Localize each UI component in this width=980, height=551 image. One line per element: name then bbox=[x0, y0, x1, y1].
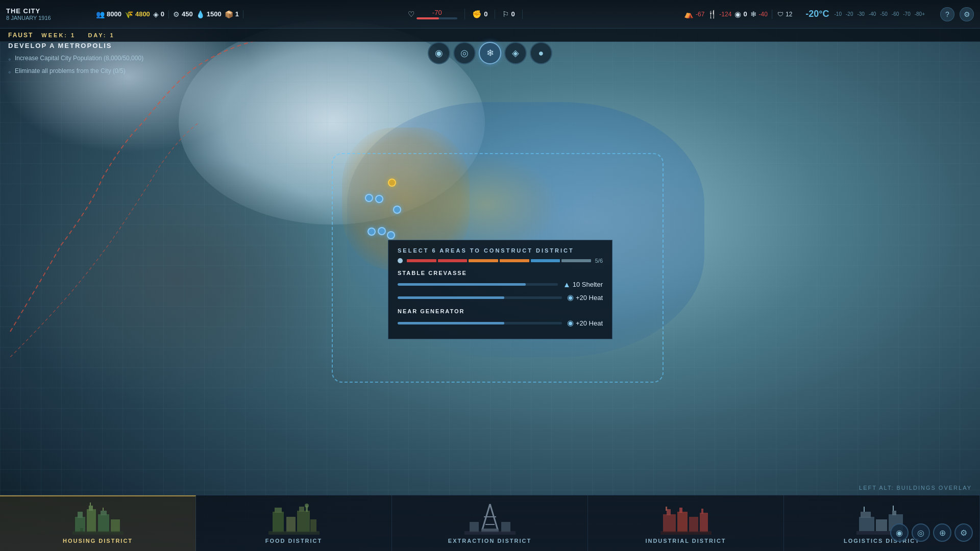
svg-rect-36 bbox=[660, 531, 712, 535]
temp-neg-item: ❄ -40 bbox=[750, 10, 768, 19]
settings-button[interactable]: ⚙ bbox=[960, 7, 974, 21]
toolbar-btn-5[interactable]: ● bbox=[530, 42, 552, 64]
food-icon: 🌾 bbox=[125, 10, 133, 18]
near-generator-title: NEAR GENERATOR bbox=[398, 308, 603, 314]
shelter-bonus-label: ▲ 10 Shelter bbox=[563, 280, 603, 289]
svg-rect-14 bbox=[297, 511, 310, 532]
svg-rect-11 bbox=[273, 512, 284, 532]
health-value: -70 bbox=[432, 9, 442, 16]
map-marker-5[interactable] bbox=[368, 228, 376, 236]
map-marker-4[interactable] bbox=[393, 206, 401, 214]
settings-district-button[interactable]: ⚙ bbox=[954, 523, 973, 542]
svg-rect-4 bbox=[98, 514, 109, 532]
svg-rect-1 bbox=[78, 512, 83, 518]
heat-bonus-value: +20 Heat bbox=[576, 294, 603, 302]
food-neg-value: -124 bbox=[719, 11, 731, 18]
heat-bar-fill bbox=[398, 296, 504, 299]
seg-6 bbox=[561, 259, 591, 262]
svg-rect-27 bbox=[464, 531, 516, 535]
toolbar: ◉ ◎ ❄ ◈ ● bbox=[428, 42, 552, 64]
toolbar-btn-snow[interactable]: ❄ bbox=[479, 42, 501, 64]
food-value: 4800 bbox=[135, 10, 150, 18]
discontent-icon: ✊ bbox=[472, 10, 482, 19]
food-district-label: FOOD DISTRICT bbox=[265, 538, 323, 544]
unknown1-value: 0 bbox=[743, 10, 747, 18]
food-status-stat: ◈ 0 bbox=[153, 10, 164, 18]
map-marker-3[interactable] bbox=[375, 195, 383, 203]
gear-icon: ⚙ bbox=[173, 10, 180, 18]
population-stat: 👥 8000 🌾 4800 ◈ 0 bbox=[92, 10, 169, 18]
map-marker-1[interactable] bbox=[388, 179, 396, 187]
health-bar-wrap: -70 bbox=[416, 9, 457, 19]
near-gen-bonus-icon: ◉ bbox=[567, 318, 574, 328]
population-icon: 👥 bbox=[96, 10, 105, 18]
district-bar: HOUSING DISTRICT FOOD DISTRICT bbox=[0, 495, 980, 551]
extraction-district-image bbox=[464, 502, 516, 535]
food-status-value: 0 bbox=[161, 10, 164, 18]
heart-icon: ♡ bbox=[408, 10, 414, 19]
svg-rect-41 bbox=[892, 511, 896, 515]
map-marker-2[interactable] bbox=[365, 194, 373, 202]
svg-rect-6 bbox=[111, 519, 120, 532]
tab-industrial-district[interactable]: INDUSTRIAL DISTRICT bbox=[588, 495, 784, 551]
heat-bonus-label: ◉ +20 Heat bbox=[567, 293, 603, 302]
tab-housing-district[interactable]: HOUSING DISTRICT bbox=[0, 495, 196, 551]
fork-icon: 🍴 bbox=[707, 10, 717, 19]
svg-rect-3 bbox=[89, 506, 93, 511]
near-gen-bonus-label: ◉ +20 Heat bbox=[567, 318, 603, 328]
map-view-button[interactable]: ◉ bbox=[890, 523, 909, 542]
tab-extraction-district[interactable]: EXTRACTION DISTRICT bbox=[392, 495, 588, 551]
temperature-value: -20°C bbox=[805, 9, 829, 19]
svg-rect-28 bbox=[663, 514, 676, 532]
food-status-icon: ◈ bbox=[153, 10, 159, 18]
housing-district-image bbox=[72, 502, 124, 535]
seg-4 bbox=[500, 259, 529, 262]
help-button[interactable]: ? bbox=[940, 7, 954, 21]
map-marker-6[interactable] bbox=[378, 227, 386, 235]
food-neg-item: 🍴 -124 bbox=[707, 10, 731, 19]
toolbar-btn-1[interactable]: ◉ bbox=[428, 42, 450, 64]
week-label: WEEK: 1 DAY: 1 bbox=[41, 32, 114, 38]
industrial-district-svg bbox=[660, 502, 712, 535]
shelter-bonus-value: 10 Shelter bbox=[573, 281, 603, 288]
food-district-svg bbox=[268, 502, 320, 535]
city-name: THE CITY bbox=[6, 7, 86, 15]
coal-item: 📦 1 bbox=[225, 10, 239, 18]
steam-value: 1500 bbox=[207, 10, 222, 18]
city-info: THE CITY 8 JANUARY 1916 bbox=[0, 7, 92, 21]
drop-icon: ◉ bbox=[734, 10, 741, 19]
shelter-bar-fill bbox=[398, 283, 526, 286]
steam-icon: 💧 bbox=[196, 10, 205, 18]
tab-food-district[interactable]: FOOD DISTRICT bbox=[196, 495, 392, 551]
near-gen-bar-fill bbox=[398, 322, 504, 324]
svg-rect-35 bbox=[701, 509, 703, 514]
svg-rect-15 bbox=[299, 507, 304, 512]
box-icon: 📦 bbox=[225, 10, 233, 18]
svg-point-17 bbox=[305, 504, 309, 508]
near-gen-bonus-value: +20 Heat bbox=[576, 319, 603, 327]
industrial-district-label: INDUSTRIAL DISTRICT bbox=[645, 538, 726, 544]
city-name-small: FAUST bbox=[8, 32, 33, 39]
svg-rect-32 bbox=[679, 508, 682, 513]
discontent-resource: ✊ 0 bbox=[465, 10, 495, 19]
list-view-button[interactable]: ◎ bbox=[912, 523, 930, 542]
svg-rect-18 bbox=[310, 519, 316, 532]
shelter-stat: ⛺ -67 🍴 -124 ◉ 0 ❄ -40 bbox=[680, 10, 772, 19]
toolbar-btn-2[interactable]: ◎ bbox=[453, 42, 476, 64]
target-button[interactable]: ⊕ bbox=[933, 523, 951, 542]
heat-bar-wrap bbox=[398, 296, 562, 299]
svg-rect-5 bbox=[101, 511, 107, 515]
svg-rect-26 bbox=[501, 522, 510, 532]
svg-rect-33 bbox=[689, 517, 698, 532]
center-resources: ♡ -70 ✊ 0 ⚐ 0 bbox=[243, 9, 680, 19]
shelter-item: ⛺ -67 bbox=[684, 10, 704, 19]
health-bar bbox=[416, 17, 457, 19]
workers-value: 450 bbox=[182, 10, 193, 18]
map-marker-7[interactable] bbox=[387, 231, 395, 239]
extraction-district-svg bbox=[464, 502, 516, 535]
seg-5 bbox=[531, 259, 560, 262]
toolbar-btn-4[interactable]: ◈ bbox=[504, 42, 527, 64]
population-item: 👥 8000 bbox=[96, 10, 121, 18]
coal-value: 1 bbox=[235, 10, 239, 18]
housing-district-svg bbox=[72, 502, 124, 535]
